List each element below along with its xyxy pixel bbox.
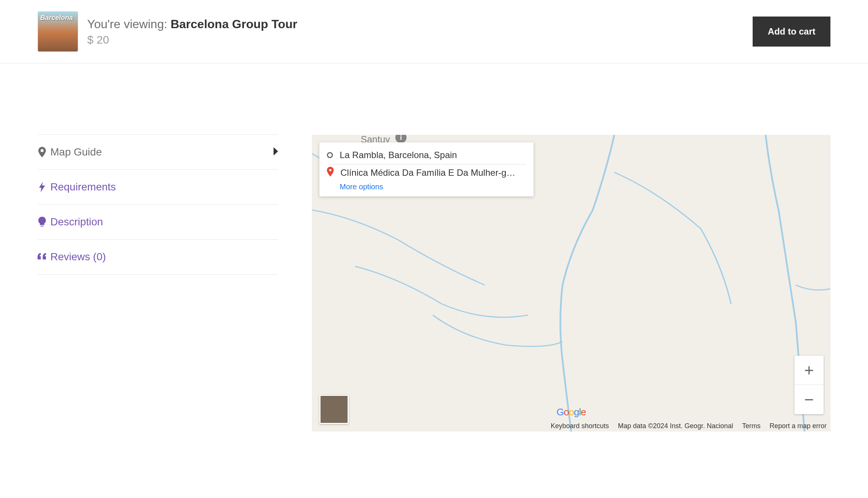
destination-pin-icon [327, 167, 334, 179]
add-to-cart-button[interactable]: Add to cart [753, 17, 830, 47]
bolt-icon [38, 182, 47, 192]
report-error-link[interactable]: Report a map error [770, 422, 827, 430]
tab-description[interactable]: Description [38, 204, 278, 240]
product-title: Barcelona Group Tour [171, 17, 297, 31]
origin-circle-icon [327, 152, 333, 158]
more-options-link[interactable]: More options [340, 183, 526, 191]
viewing-bar: Barcelona You're viewing: Barcelona Grou… [0, 0, 868, 63]
keyboard-shortcuts-link[interactable]: Keyboard shortcuts [550, 422, 609, 430]
quote-icon [38, 252, 47, 261]
map-pin-icon [38, 147, 47, 157]
tab-reviews[interactable]: Reviews (0) [38, 239, 278, 275]
google-logo[interactable]: Google [556, 406, 586, 418]
map-canvas[interactable]: Santuy i La Rambla, Barcelona, Spain Clí… [312, 135, 830, 432]
product-price: $ 20 [87, 33, 744, 46]
product-thumbnail[interactable]: Barcelona [38, 11, 78, 52]
tabs-sidebar: Map Guide Requirements Description Revie… [38, 135, 278, 432]
product-info: You're viewing: Barcelona Group Tour $ 2… [87, 17, 744, 46]
direction-destination-row[interactable]: Clínica Médica Da Família E Da Mulher-g… [327, 164, 526, 181]
origin-text: La Rambla, Barcelona, Spain [340, 150, 457, 160]
tab-label: Requirements [50, 181, 116, 193]
destination-text: Clínica Médica Da Família E Da Mulher-g… [340, 168, 515, 178]
map-data-text: Map data ©2024 Inst. Geogr. Nacional [618, 422, 733, 430]
map-footer: Keyboard shortcuts Map data ©2024 Inst. … [550, 422, 827, 430]
thumbnail-overlay-text: Barcelona [40, 14, 73, 22]
directions-card: La Rambla, Barcelona, Spain Clínica Médi… [319, 142, 534, 196]
terms-link[interactable]: Terms [742, 422, 761, 430]
tab-label: Map Guide [50, 146, 102, 158]
satellite-toggle-button[interactable] [319, 395, 349, 424]
tab-label: Reviews (0) [50, 251, 106, 263]
zoom-controls: + − [794, 356, 824, 414]
zoom-in-button[interactable]: + [794, 356, 824, 385]
tab-label: Description [50, 216, 103, 228]
zoom-out-button[interactable]: − [794, 385, 824, 414]
lightbulb-icon [38, 217, 47, 227]
tab-map-guide[interactable]: Map Guide [38, 134, 278, 170]
viewing-prefix: You're viewing: [87, 17, 171, 31]
direction-origin-row[interactable]: La Rambla, Barcelona, Spain [327, 148, 526, 164]
chevron-right-icon [273, 146, 278, 158]
tab-requirements[interactable]: Requirements [38, 169, 278, 205]
